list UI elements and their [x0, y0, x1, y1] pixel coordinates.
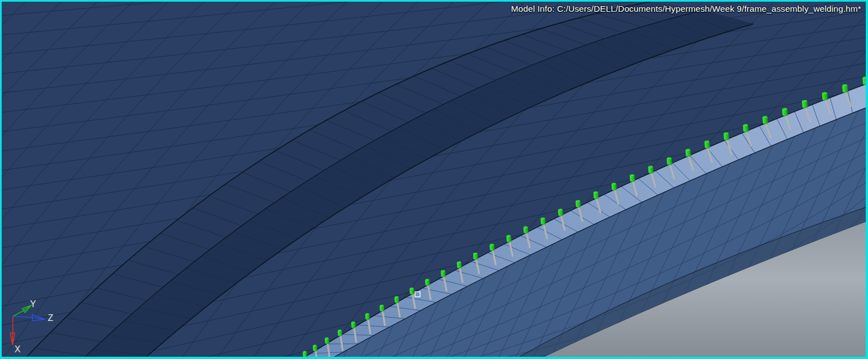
spot-weld[interactable]	[540, 218, 546, 225]
spot-weld[interactable]	[324, 337, 329, 344]
spot-weld[interactable]	[782, 108, 788, 116]
spot-weld[interactable]	[441, 270, 446, 277]
spot-weld[interactable]	[704, 140, 710, 148]
spot-weld[interactable]	[558, 209, 563, 216]
spot-weld[interactable]	[425, 278, 430, 286]
spot-weld[interactable]	[303, 351, 307, 357]
spot-weld[interactable]	[394, 296, 399, 303]
axis-label-z: Z	[48, 313, 54, 323]
spot-weld[interactable]	[409, 287, 414, 295]
spot-weld[interactable]	[762, 116, 768, 124]
spot-weld[interactable]	[473, 252, 478, 259]
spot-weld[interactable]	[575, 200, 581, 207]
spot-weld[interactable]	[685, 149, 691, 157]
spot-weld[interactable]	[379, 305, 384, 311]
spot-weld[interactable]	[842, 84, 848, 92]
spot-weld[interactable]	[667, 157, 672, 165]
model-info-text: Model Info: C:/Users/DELL/Documents/Hype…	[511, 3, 861, 15]
model-viewport[interactable]: YZX	[2, 2, 866, 357]
spot-weld[interactable]	[365, 313, 370, 320]
spot-weld[interactable]	[822, 92, 828, 100]
spot-weld[interactable]	[337, 329, 342, 336]
spot-weld[interactable]	[313, 344, 317, 351]
axis-label-x: X	[15, 344, 21, 354]
spot-weld[interactable]	[743, 124, 749, 133]
spot-weld[interactable]	[802, 100, 808, 108]
spot-weld[interactable]	[456, 261, 461, 268]
spot-weld[interactable]	[489, 244, 494, 251]
hypermesh-graphics-window: YZX Model Info: C:/Users/DELL/Documents/…	[0, 0, 868, 359]
axis-label-y: Y	[30, 299, 36, 309]
spot-weld[interactable]	[648, 166, 653, 173]
spot-weld[interactable]	[593, 191, 599, 199]
spot-weld[interactable]	[611, 183, 617, 191]
spot-weld[interactable]	[351, 322, 356, 328]
spot-weld[interactable]	[630, 174, 635, 182]
spot-weld[interactable]	[523, 226, 529, 233]
spot-weld[interactable]	[506, 235, 511, 242]
spot-weld[interactable]	[862, 77, 866, 85]
spot-weld[interactable]	[723, 132, 729, 140]
